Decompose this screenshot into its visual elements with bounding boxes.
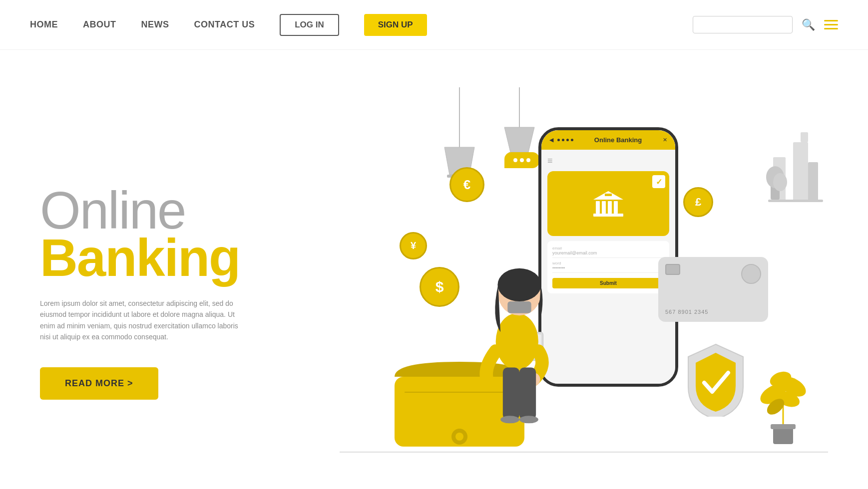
svg-rect-17 bbox=[768, 200, 823, 202]
nav-about[interactable]: ABOUT bbox=[83, 19, 116, 30]
phone-menu-icon: ≡ bbox=[547, 156, 669, 166]
svg-rect-14 bbox=[801, 132, 808, 142]
svg-rect-10 bbox=[614, 201, 618, 214]
nav-right: 🔍 bbox=[693, 16, 838, 33]
search-input[interactable] bbox=[693, 16, 793, 33]
bookshelf-icon bbox=[743, 112, 823, 212]
menu-icon[interactable] bbox=[824, 20, 838, 29]
svg-point-20 bbox=[773, 173, 787, 191]
menu-bar-2 bbox=[824, 24, 838, 25]
chat-bubble bbox=[504, 152, 539, 168]
nav-links: HOME ABOUT NEWS CONTACT US LOG IN SIGN U… bbox=[30, 14, 673, 36]
coin-pound: £ bbox=[683, 187, 713, 217]
svg-point-45 bbox=[519, 416, 538, 423]
hero-section: Online Banking Lorem ipsum dolor sit ame… bbox=[0, 50, 868, 484]
menu-bar-3 bbox=[824, 28, 838, 29]
svg-rect-12 bbox=[605, 194, 612, 196]
chat-dot-2 bbox=[520, 158, 524, 162]
svg-rect-7 bbox=[596, 201, 600, 214]
search-icon[interactable]: 🔍 bbox=[802, 18, 815, 31]
credit-card-number: 567 8901 2345 bbox=[665, 309, 761, 315]
svg-rect-21 bbox=[773, 427, 793, 444]
read-more-button[interactable]: READ MORE > bbox=[40, 367, 158, 400]
svg-point-44 bbox=[500, 416, 519, 423]
phone-dots bbox=[557, 139, 573, 141]
svg-rect-40 bbox=[507, 301, 531, 313]
svg-rect-42 bbox=[503, 368, 519, 420]
navbar: HOME ABOUT NEWS CONTACT US LOG IN SIGN U… bbox=[0, 0, 868, 50]
woman-character bbox=[469, 247, 569, 427]
svg-point-35 bbox=[496, 313, 538, 370]
svg-point-37 bbox=[497, 268, 541, 301]
phone-header: ◀ Online Banking ✕ bbox=[541, 130, 675, 150]
credit-card-circle bbox=[741, 264, 761, 284]
svg-rect-43 bbox=[519, 368, 536, 420]
login-button[interactable]: LOG IN bbox=[280, 14, 339, 36]
chat-dot-3 bbox=[526, 158, 530, 162]
svg-rect-16 bbox=[808, 162, 818, 202]
nav-home[interactable]: HOME bbox=[30, 19, 58, 30]
coin-dollar: $ bbox=[420, 267, 459, 307]
svg-marker-4 bbox=[504, 127, 534, 152]
title-banking: Banking bbox=[40, 232, 300, 284]
hero-illustration: € ¥ $ £ ◀ Online bbox=[340, 87, 828, 477]
svg-rect-9 bbox=[608, 201, 612, 214]
svg-rect-8 bbox=[602, 201, 606, 214]
coin-euro: € bbox=[449, 167, 484, 202]
bank-card: ✓ bbox=[547, 171, 669, 236]
plant-right-icon bbox=[753, 349, 813, 449]
ground-line bbox=[340, 452, 828, 453]
illustration-container: € ¥ $ £ ◀ Online bbox=[340, 87, 828, 477]
svg-rect-13 bbox=[793, 142, 808, 202]
nav-contact[interactable]: CONTACT US bbox=[194, 19, 255, 30]
coin-yen: ¥ bbox=[400, 232, 427, 259]
credit-card: 567 8901 2345 bbox=[658, 257, 768, 322]
hero-description: Lorem ipsum dolor sit amet, consectetur … bbox=[40, 298, 240, 343]
svg-rect-6 bbox=[593, 214, 623, 217]
credit-card-chip bbox=[665, 264, 680, 275]
menu-bar-1 bbox=[824, 20, 838, 21]
phone-title: Online Banking bbox=[577, 136, 659, 144]
svg-rect-22 bbox=[771, 424, 796, 429]
chat-dot-1 bbox=[513, 158, 517, 162]
svg-point-31 bbox=[455, 433, 463, 441]
shield-icon bbox=[683, 342, 748, 417]
checkmark-badge: ✓ bbox=[652, 175, 665, 188]
bank-building-icon bbox=[591, 189, 626, 219]
svg-point-38 bbox=[511, 296, 516, 300]
signup-button[interactable]: SIGN UP bbox=[364, 14, 427, 36]
nav-news[interactable]: NEWS bbox=[141, 19, 169, 30]
svg-point-39 bbox=[523, 296, 527, 300]
hero-left: Online Banking Lorem ipsum dolor sit ame… bbox=[40, 164, 300, 400]
